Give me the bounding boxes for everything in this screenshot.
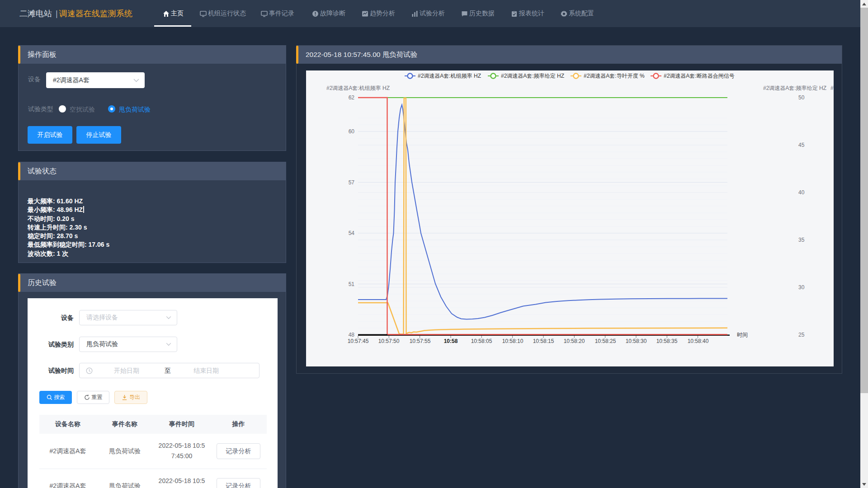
svg-text:60: 60 xyxy=(349,128,355,135)
svg-text:10:58:20: 10:58:20 xyxy=(564,338,585,344)
svg-text:#2调速器A套:断路器合闸信号: #2调速器A套:断路器合闸信号 xyxy=(664,73,735,79)
svg-text:40: 40 xyxy=(798,189,805,196)
svg-text:时间: 时间 xyxy=(737,332,748,338)
svg-text:10:58:40: 10:58:40 xyxy=(688,338,709,344)
svg-text:10:58:10: 10:58:10 xyxy=(502,338,524,344)
svg-text:57: 57 xyxy=(349,179,355,186)
svg-text:#2调速器A套:导叶开度 %: #2调速器A套:导叶开度 % xyxy=(584,73,645,79)
svg-text:#2调: #2调 xyxy=(830,85,834,91)
svg-text:51: 51 xyxy=(349,281,355,287)
svg-text:25: 25 xyxy=(798,332,805,338)
svg-text:#2调速器A套:频率给定 HZ: #2调速器A套:频率给定 HZ xyxy=(501,73,564,79)
svg-text:#2调速器A套:机组频率 HZ: #2调速器A套:机组频率 HZ xyxy=(326,85,390,91)
svg-text:10:58:05: 10:58:05 xyxy=(471,338,492,344)
svg-text:10:57:45: 10:57:45 xyxy=(348,338,369,344)
svg-text:54: 54 xyxy=(349,230,355,236)
svg-text:10:58: 10:58 xyxy=(444,338,458,344)
svg-text:10:57:55: 10:57:55 xyxy=(410,338,431,344)
svg-text:50: 50 xyxy=(798,94,805,101)
svg-text:48: 48 xyxy=(349,332,355,338)
svg-text:30: 30 xyxy=(798,284,805,291)
svg-text:#2调速器A套:频率给定 HZ: #2调速器A套:频率给定 HZ xyxy=(763,85,826,91)
svg-text:62: 62 xyxy=(349,94,355,101)
svg-text:10:57:50: 10:57:50 xyxy=(378,338,400,344)
svg-text:10:58:30: 10:58:30 xyxy=(626,338,647,344)
svg-text:10:58:35: 10:58:35 xyxy=(656,338,678,344)
svg-text:45: 45 xyxy=(798,142,805,148)
svg-text:35: 35 xyxy=(798,237,805,243)
svg-text:10:58:25: 10:58:25 xyxy=(595,338,616,344)
svg-text:10:58:15: 10:58:15 xyxy=(533,338,554,344)
svg-text:#2调速器A套:机组频率 HZ: #2调速器A套:机组频率 HZ xyxy=(418,73,481,79)
